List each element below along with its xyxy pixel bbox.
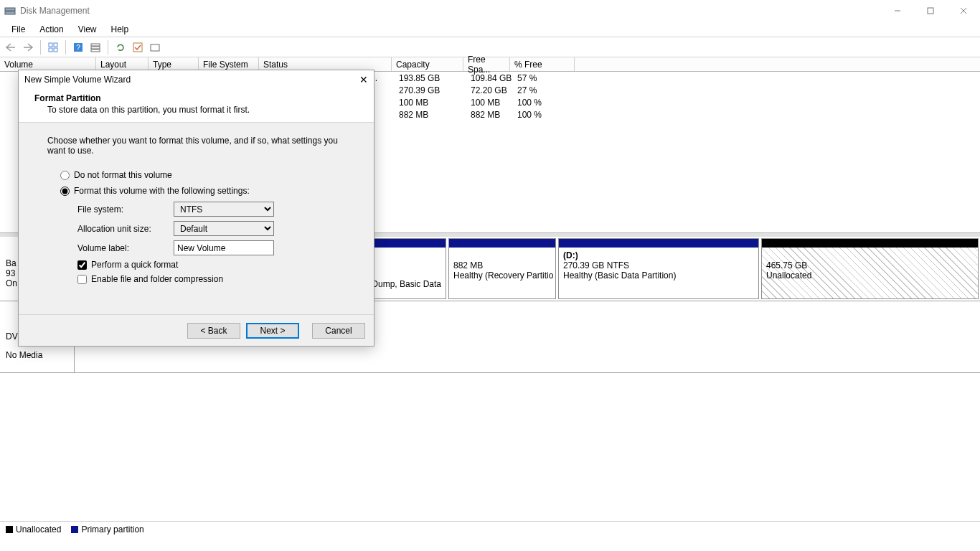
select-filesystem[interactable]: NTFS bbox=[174, 202, 274, 217]
svg-rect-12 bbox=[91, 44, 100, 46]
wizard-intro: Choose whether you want to format this v… bbox=[47, 136, 358, 156]
cancel-button[interactable]: Cancel bbox=[312, 323, 365, 339]
label-noformat: Do not format this volume bbox=[74, 170, 172, 180]
svg-text:?: ? bbox=[76, 44, 80, 52]
wizard-footer: < Back Next > Cancel bbox=[19, 314, 374, 346]
help-icon[interactable]: ? bbox=[70, 39, 86, 55]
partition[interactable]: (D:) 270.39 GB NTFS Healthy (Basic Data … bbox=[558, 238, 759, 299]
toolbar-settings-icon[interactable] bbox=[147, 39, 163, 55]
wizard-header: Format Partition To store data on this p… bbox=[19, 89, 374, 123]
svg-rect-6 bbox=[49, 43, 52, 47]
back-button[interactable]: < Back bbox=[187, 323, 240, 339]
legend-primary: Primary partition bbox=[71, 524, 143, 534]
titlebar: Disk Management bbox=[0, 0, 980, 22]
minimize-button[interactable] bbox=[881, 0, 914, 22]
legend-unallocated: Unallocated bbox=[6, 524, 61, 534]
input-volumelabel[interactable] bbox=[174, 240, 274, 255]
window-title: Disk Management bbox=[20, 6, 90, 16]
radio-format[interactable] bbox=[60, 187, 70, 196]
partition-unallocated[interactable]: 465.75 GB Unallocated bbox=[761, 238, 979, 299]
close-icon[interactable]: ✕ bbox=[359, 74, 368, 85]
menu-file[interactable]: File bbox=[6, 23, 31, 36]
svg-rect-0 bbox=[5, 8, 15, 11]
close-button[interactable] bbox=[947, 0, 980, 22]
svg-rect-15 bbox=[133, 43, 142, 52]
wizard-dialog: New Simple Volume Wizard ✕ Format Partit… bbox=[18, 70, 374, 347]
toolbar-view-icon[interactable] bbox=[45, 39, 61, 55]
svg-rect-3 bbox=[928, 8, 933, 14]
label-filesystem: File system: bbox=[77, 204, 174, 215]
label-quickformat: Perform a quick format bbox=[91, 260, 178, 270]
menu-action[interactable]: Action bbox=[34, 23, 69, 36]
checkbox-quickformat[interactable] bbox=[77, 260, 87, 270]
toolbar-list-icon[interactable] bbox=[88, 39, 103, 55]
label-volumelabel: Volume label: bbox=[77, 243, 174, 253]
radio-noformat[interactable] bbox=[60, 171, 70, 180]
select-allocation[interactable]: Default bbox=[174, 221, 274, 236]
wizard-heading: Format Partition bbox=[34, 93, 358, 103]
svg-rect-8 bbox=[49, 48, 52, 52]
svg-rect-9 bbox=[54, 48, 57, 52]
col-free[interactable]: Free Spa... bbox=[463, 57, 510, 71]
wizard-subheading: To store data on this partition, you mus… bbox=[34, 105, 358, 115]
toolbar-check-icon[interactable] bbox=[130, 39, 146, 55]
svg-rect-14 bbox=[91, 50, 100, 52]
partition[interactable]: 882 MB Healthy (Recovery Partitio bbox=[448, 238, 556, 299]
next-button[interactable]: Next > bbox=[246, 323, 299, 339]
svg-rect-7 bbox=[54, 43, 57, 47]
menu-view[interactable]: View bbox=[72, 23, 103, 36]
nav-back-icon[interactable] bbox=[3, 39, 19, 55]
checkbox-compression[interactable] bbox=[77, 275, 87, 284]
svg-rect-1 bbox=[5, 11, 15, 14]
label-compression: Enable file and folder compression bbox=[91, 274, 223, 284]
nav-fwd-icon[interactable] bbox=[20, 39, 36, 55]
col-capacity[interactable]: Capacity bbox=[392, 57, 463, 71]
col-pctfree[interactable]: % Free bbox=[510, 57, 575, 71]
svg-rect-13 bbox=[91, 47, 100, 49]
menu-help[interactable]: Help bbox=[105, 23, 135, 36]
menubar: File Action View Help bbox=[0, 22, 980, 37]
label-format: Format this volume with the following se… bbox=[74, 186, 250, 196]
legend: Unallocated Primary partition bbox=[0, 521, 980, 537]
svg-rect-16 bbox=[151, 44, 159, 51]
wizard-title: New Simple Volume Wizard bbox=[24, 75, 131, 85]
wizard-titlebar[interactable]: New Simple Volume Wizard ✕ bbox=[19, 70, 374, 89]
toolbar-refresh-icon[interactable] bbox=[113, 39, 128, 55]
label-allocation: Allocation unit size: bbox=[77, 224, 174, 234]
disk-mgmt-icon bbox=[4, 5, 16, 17]
maximize-button[interactable] bbox=[914, 0, 947, 22]
